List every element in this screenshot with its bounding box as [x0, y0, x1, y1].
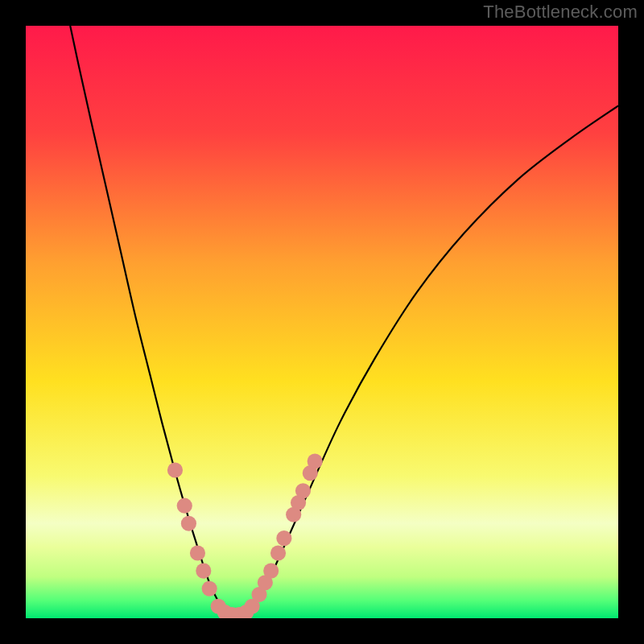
highlight-dot [270, 545, 286, 560]
highlight-dot [196, 564, 211, 579]
highlight-dot [181, 516, 196, 531]
highlight-dot [295, 483, 311, 498]
chart-frame: TheBottleneck.com [0, 0, 644, 644]
highlight-dot [308, 453, 323, 469]
plot-area [26, 26, 618, 618]
highlight-dot [177, 498, 192, 514]
highlight-dot [190, 545, 205, 560]
watermark-text: TheBottleneck.com [483, 2, 638, 23]
gradient-bg [26, 26, 618, 618]
highlight-dot [276, 530, 291, 546]
bottleneck-chart [26, 26, 618, 618]
highlight-dot [263, 564, 279, 579]
highlight-dot [202, 581, 217, 597]
highlight-dot [167, 462, 183, 477]
